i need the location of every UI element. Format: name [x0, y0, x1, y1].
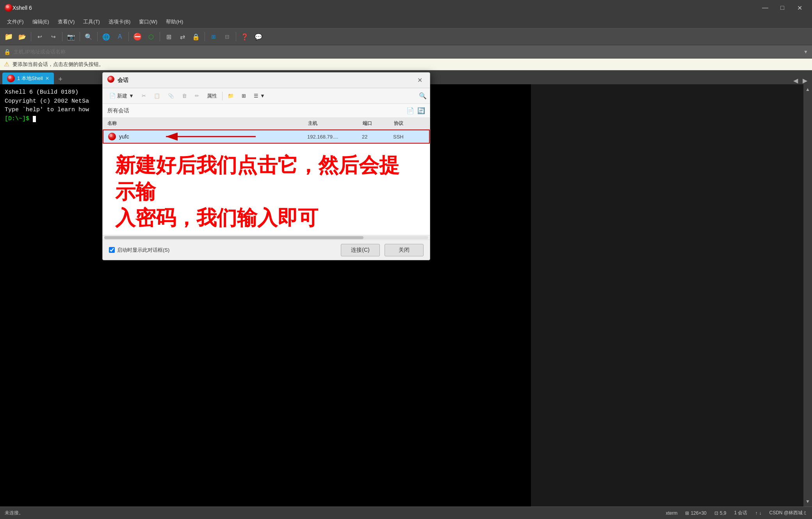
- dialog-layout-button[interactable]: ☰ ▼: [250, 90, 269, 102]
- tb-sep-7: [205, 32, 205, 41]
- tb-minus-box[interactable]: ⊟: [221, 31, 233, 43]
- attr-label: 属性: [207, 92, 217, 100]
- menu-tabs[interactable]: 选项卡(B): [105, 17, 134, 27]
- connect-button[interactable]: 连接(C): [341, 244, 380, 256]
- session-row-yufc[interactable]: yufc 192.168.79.... 22 SSH: [103, 130, 430, 144]
- tb-sep-2: [62, 32, 62, 41]
- pos-separator: ⊡: [714, 510, 718, 516]
- tb-sep-5: [128, 32, 129, 41]
- tb-font[interactable]: A: [114, 31, 126, 43]
- tb-zoom[interactable]: 🔍: [82, 31, 95, 43]
- sessions-header: 名称 主机 端口 协议: [103, 118, 430, 130]
- tb-undo[interactable]: ↩: [34, 31, 46, 43]
- startup-checkbox-label[interactable]: 启动时显示此对话框(S): [109, 247, 169, 254]
- new-folder-icon[interactable]: 📄: [406, 107, 414, 114]
- view-icon: ⊞: [242, 93, 246, 99]
- dialog-cut-button: ✂: [138, 90, 150, 102]
- layout-icon: ☰: [254, 93, 258, 99]
- dialog-scrollbar[interactable]: [103, 235, 430, 240]
- app-logo: [5, 4, 12, 12]
- maximize-button[interactable]: □: [775, 0, 790, 16]
- new-icon: 📄: [109, 93, 116, 99]
- menu-edit[interactable]: 编辑(E): [28, 17, 53, 27]
- tb-open-folder[interactable]: 📁: [2, 31, 15, 43]
- tb-lock[interactable]: 🔒: [190, 31, 202, 43]
- session-name: yufc: [108, 133, 307, 140]
- dialog-toolbar: 📄 新建 ▼ ✂ 📋 📎 🗑 ✏ 属性 📁 ⊞ ☰ ▼ 🔍: [103, 88, 430, 104]
- terminal-cursor: [33, 116, 36, 122]
- close-button[interactable]: ✕: [792, 0, 807, 16]
- down-arrow: ↓: [759, 510, 761, 516]
- new-label: 新建: [117, 92, 127, 100]
- status-connection: 未连接。: [5, 510, 23, 516]
- all-sessions-label: 所有会话: [107, 107, 129, 114]
- tb-sep-1: [31, 32, 31, 41]
- sessions-list[interactable]: 名称 主机 端口 协议 yufc 192.168.79.... 22 SSH: [103, 118, 430, 235]
- tb-sep-8: [236, 32, 236, 41]
- menu-view[interactable]: 查看(V): [54, 17, 78, 27]
- dialog-title-icon: [107, 76, 114, 85]
- tb-chat[interactable]: 💬: [252, 31, 265, 43]
- dialog-tb-sep-1: [222, 92, 223, 100]
- new-dropdown-icon[interactable]: ▼: [129, 93, 134, 99]
- col-proto-header: 协议: [394, 120, 425, 127]
- tb-globe[interactable]: 🌐: [100, 31, 112, 43]
- tb-screenshot[interactable]: 📷: [65, 31, 77, 43]
- tb-redo[interactable]: ↪: [47, 31, 60, 43]
- tb-plus-box[interactable]: ⊞: [207, 31, 220, 43]
- dialog-close-button[interactable]: ✕: [414, 75, 425, 86]
- refresh-icon[interactable]: 🔄: [417, 107, 425, 114]
- menu-help[interactable]: 帮助(H): [162, 17, 187, 27]
- tab-nav-prev[interactable]: ◀: [791, 77, 800, 84]
- app-title: Xshell 6: [12, 5, 757, 11]
- tb-stop[interactable]: ⛔: [131, 31, 144, 43]
- address-dropdown-icon[interactable]: ▼: [803, 49, 808, 55]
- tb-help[interactable]: ❓: [239, 31, 251, 43]
- status-text: 未连接。: [5, 510, 23, 516]
- status-nav: ↑ ↓: [755, 510, 761, 516]
- menu-window[interactable]: 窗口(W): [135, 17, 161, 27]
- tab-label: 1 本地Shell: [17, 75, 43, 82]
- scrollbar-track: [104, 236, 428, 239]
- layout-dropdown[interactable]: ▼: [260, 93, 265, 99]
- dialog-view-button[interactable]: ⊞: [238, 90, 249, 102]
- session-logo: [108, 133, 116, 140]
- scrollbar-thumb: [104, 236, 363, 239]
- tb-new[interactable]: 📂: [16, 31, 28, 43]
- dialog-attr-button[interactable]: 属性: [203, 90, 221, 102]
- startup-checkbox[interactable]: [109, 247, 115, 253]
- right-scrollbar[interactable]: ▲ ▼: [803, 84, 812, 507]
- dialog-logo: [107, 76, 114, 83]
- dialog-new-button[interactable]: 📄 新建 ▼: [106, 90, 137, 102]
- dialog-search-button[interactable]: 🔍: [419, 92, 427, 100]
- tab-close-button[interactable]: ✕: [45, 76, 49, 81]
- address-bar: 🔒 ▼: [0, 45, 812, 59]
- tb-connect2[interactable]: ⬡: [145, 31, 157, 43]
- menu-file[interactable]: 文件(F): [3, 17, 28, 27]
- menu-tools[interactable]: 工具(T): [79, 17, 104, 27]
- tb-sep-4: [97, 32, 98, 41]
- dialog-copy-button: 📋: [150, 90, 164, 102]
- session-protocol: SSH: [393, 134, 424, 140]
- tab-add-button[interactable]: +: [55, 74, 66, 84]
- tab-nav-next[interactable]: ▶: [800, 77, 810, 84]
- session-host: 192.168.79....: [307, 134, 362, 140]
- status-sessions: 1 会话: [734, 510, 747, 516]
- pos-value: 5,9: [720, 510, 727, 516]
- tb-transfer[interactable]: ⇄: [176, 31, 189, 43]
- col-name-header: 名称: [107, 120, 308, 127]
- scroll-up[interactable]: ▲: [804, 85, 812, 94]
- dialog-folder-button[interactable]: 📁: [224, 90, 237, 102]
- address-lock-icon: 🔒: [4, 49, 11, 55]
- minimize-button[interactable]: —: [757, 0, 773, 16]
- size-value: 126×30: [691, 510, 706, 516]
- tb-grid[interactable]: ⊞: [162, 31, 175, 43]
- tree-header-icons: 📄 🔄: [406, 107, 425, 114]
- tab-local-shell[interactable]: 1 本地Shell ✕: [2, 73, 54, 84]
- window-controls: — □ ✕: [757, 0, 807, 16]
- info-text: 要添加当前会话，点击左侧的箭头按钮。: [12, 61, 104, 68]
- close-dialog-button[interactable]: 关闭: [385, 244, 424, 256]
- scroll-down[interactable]: ▼: [804, 497, 812, 506]
- session-port: 22: [362, 134, 393, 140]
- address-input[interactable]: [14, 49, 800, 55]
